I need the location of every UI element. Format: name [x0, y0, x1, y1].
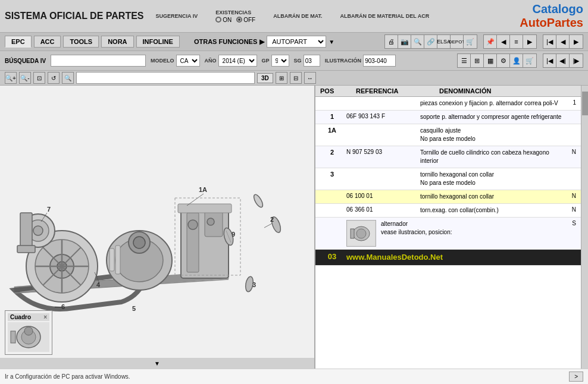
svg-point-16 — [133, 237, 145, 248]
albaran-mat-label: ALBARÁN DE MAT. — [273, 13, 322, 19]
nav2-next-icon[interactable]: |▶ — [570, 54, 583, 67]
part-pos: 2 — [320, 149, 344, 156]
scrollbar[interactable] — [581, 86, 588, 369]
cart2-icon[interactable]: 🛒 — [523, 54, 536, 67]
tab-infoline[interactable]: INFOLINE — [136, 36, 180, 48]
svg-text:4: 4 — [96, 281, 101, 288]
cuadro-image — [8, 322, 49, 352]
svg-rect-13 — [110, 248, 114, 271]
part-row[interactable]: 06 100 01 tornillo hexagonal con collar … — [315, 190, 581, 204]
nav2-first-icon[interactable]: |◀ — [543, 54, 556, 67]
part-row[interactable]: 1 06F 903 143 F soporte p. alternador y … — [315, 111, 581, 124]
part-den: alternador vease ilustracion, posicion: — [381, 220, 562, 237]
person-icon[interactable]: 👤 — [510, 54, 523, 67]
search-label: BÚSQUEDA IV — [5, 58, 46, 64]
part-row[interactable]: 2 N 907 529 03 Tornillo de cuello cilind… — [315, 146, 581, 168]
zoom-in-btn[interactable]: 🔍+ — [5, 72, 17, 84]
ilustracion-label: ILUSTRACIÓN — [325, 58, 362, 64]
svg-rect-55 — [351, 229, 354, 238]
search-input[interactable] — [51, 55, 146, 67]
view-opt1-btn[interactable]: ⊞ — [276, 72, 287, 84]
ano-label: AÑO — [205, 58, 217, 64]
parts-list: piezas conexion y fijacion p. alternador… — [315, 97, 581, 369]
svg-point-54 — [356, 229, 366, 238]
part-row[interactable]: 1A casquillo ajuste No para este modelo — [315, 124, 581, 146]
skip-prev-icon[interactable]: ◀ — [556, 35, 570, 48]
sg-input[interactable] — [304, 55, 320, 67]
svg-text:3: 3 — [252, 281, 256, 288]
tab-acc[interactable]: ACC — [34, 36, 61, 48]
svg-rect-50 — [11, 331, 15, 343]
part-ref: N 907 529 03 — [346, 149, 418, 155]
part-extra: N — [564, 206, 576, 213]
cuadro-label: Cuadro — [10, 314, 31, 320]
grid-view-icon[interactable]: ⊞ — [471, 54, 484, 67]
existencias-label: EXISTENCIAS — [215, 10, 255, 15]
diagram-scroll-down[interactable]: ▼ — [0, 358, 314, 369]
nav-next-icon[interactable]: ▶ — [523, 35, 536, 48]
svg-text:5: 5 — [132, 305, 136, 312]
nav2-prev-icon[interactable]: ◀| — [556, 54, 570, 67]
scroll-thumb[interactable] — [582, 92, 588, 115]
cuadro-close-btn[interactable]: × — [43, 314, 47, 320]
zoom-reset-btn[interactable]: ↺ — [48, 72, 60, 84]
view-opt3-btn[interactable]: ↔ — [304, 72, 316, 84]
svg-point-21 — [207, 218, 214, 225]
nav-list-icon[interactable]: ≡ — [510, 35, 523, 48]
autopart-select[interactable]: AUTOPART — [267, 36, 326, 48]
svg-text:—6: —6 — [55, 303, 65, 310]
skip-next-icon[interactable]: ▶ — [570, 35, 583, 48]
gp-label: GP — [262, 58, 270, 64]
radio-off[interactable]: OFF — [236, 17, 255, 23]
search-diagram-btn[interactable]: 🔍 — [62, 72, 74, 84]
win-activate-btn[interactable]: > — [569, 372, 583, 382]
list-view-icon[interactable]: ☰ — [458, 54, 471, 67]
part-extra: N — [564, 193, 576, 199]
print-icon[interactable]: 🖨 — [385, 35, 398, 48]
svg-rect-27 — [17, 245, 35, 253]
nav-prev-icon[interactable]: ◀ — [497, 35, 510, 48]
radio-on[interactable]: ON — [215, 17, 232, 23]
pin-icon[interactable]: 📌 — [484, 35, 497, 48]
view-opt2-btn[interactable]: ⊟ — [290, 72, 302, 84]
tab-nora[interactable]: NORA — [101, 36, 133, 48]
svg-text:7: 7 — [47, 206, 51, 213]
svg-rect-22 — [178, 204, 232, 213]
part-ref: 06 366 01 — [346, 206, 418, 213]
svg-rect-26 — [20, 213, 32, 248]
skip-first-icon[interactable]: |◀ — [543, 35, 556, 48]
settings-icon[interactable]: ⚙ — [497, 54, 510, 67]
part-den: soporte p. alternador y compresor agente… — [420, 113, 562, 121]
albaran-acr-label: ALBARÁN DE MATERIAL DEL ACR — [340, 13, 430, 19]
svg-point-51 — [24, 327, 33, 335]
depot-icon[interactable]: DEPOT — [451, 35, 464, 48]
camera-icon[interactable]: 📷 — [398, 35, 411, 48]
part-den: piezas conexion y fijacion p. alternador… — [420, 99, 562, 108]
col-pos-header: POS — [320, 87, 344, 95]
modelo-select[interactable]: CA — [176, 55, 200, 67]
cart-icon[interactable]: 🛒 — [464, 35, 477, 48]
part-row[interactable]: 06 366 01 torn.exag. con collar(combin.)… — [315, 204, 581, 218]
part-extra: N — [564, 149, 576, 155]
view-search-input[interactable] — [76, 72, 255, 84]
svg-text:1A: 1A — [199, 186, 207, 193]
part-row[interactable]: 3 tornillo hexagonal con collar No para … — [315, 168, 581, 190]
cuadro-box: Cuadro × — [5, 310, 52, 355]
col-ref-header: REFERENCIA — [356, 87, 427, 95]
catalog-title: Catalogo AutoPartes — [520, 2, 583, 30]
part-row[interactable]: piezas conexion y fijacion p. alternador… — [315, 97, 581, 111]
zoom-out-btn[interactable]: 🔍- — [19, 72, 31, 84]
gp-select[interactable]: 9 — [271, 55, 289, 67]
ilustracion-input[interactable] — [363, 55, 396, 67]
parts-table-header: POS REFERENCIA DENOMINACIÓN — [315, 86, 581, 97]
part-row[interactable]: alternador vease ilustracion, posicion: … — [315, 218, 581, 250]
tab-tools[interactable]: TOOLS — [63, 36, 99, 48]
zoom-fit-btn[interactable]: ⊡ — [33, 72, 45, 84]
part-pos: 03 — [320, 252, 344, 261]
link-icon[interactable]: 🔗 — [424, 35, 437, 48]
zoom-icon[interactable]: 🔍 — [411, 35, 424, 48]
filter-icon[interactable]: ▦ — [484, 54, 497, 67]
tab-epc[interactable]: EPC — [5, 36, 32, 48]
part-den: torn.exag. con collar(combin.) — [420, 206, 562, 215]
ano-select[interactable]: 2014 (E) — [218, 55, 257, 67]
